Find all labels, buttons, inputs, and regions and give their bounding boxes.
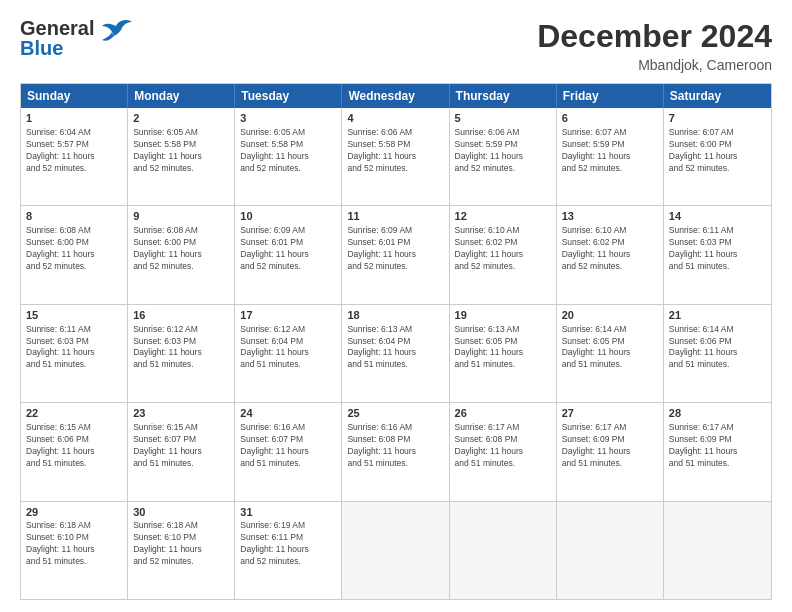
day-info: Sunrise: 6:08 AMSunset: 6:00 PMDaylight:… (133, 225, 229, 273)
day-number: 8 (26, 209, 122, 224)
logo: General Blue (20, 18, 134, 58)
cal-cell: 18Sunrise: 6:13 AMSunset: 6:04 PMDayligh… (342, 305, 449, 402)
day-number: 3 (240, 111, 336, 126)
logo-general: General (20, 18, 94, 38)
day-info: Sunrise: 6:12 AMSunset: 6:03 PMDaylight:… (133, 324, 229, 372)
cal-cell (557, 502, 664, 599)
cal-header-sunday: Sunday (21, 84, 128, 108)
cal-cell: 10Sunrise: 6:09 AMSunset: 6:01 PMDayligh… (235, 206, 342, 303)
cal-cell (664, 502, 771, 599)
cal-header-friday: Friday (557, 84, 664, 108)
day-info: Sunrise: 6:17 AMSunset: 6:09 PMDaylight:… (562, 422, 658, 470)
day-info: Sunrise: 6:15 AMSunset: 6:07 PMDaylight:… (133, 422, 229, 470)
cal-cell: 1Sunrise: 6:04 AMSunset: 5:57 PMDaylight… (21, 108, 128, 205)
cal-cell: 20Sunrise: 6:14 AMSunset: 6:05 PMDayligh… (557, 305, 664, 402)
day-number: 2 (133, 111, 229, 126)
cal-cell: 5Sunrise: 6:06 AMSunset: 5:59 PMDaylight… (450, 108, 557, 205)
day-number: 9 (133, 209, 229, 224)
calendar-header: SundayMondayTuesdayWednesdayThursdayFrid… (21, 84, 771, 108)
day-info: Sunrise: 6:10 AMSunset: 6:02 PMDaylight:… (562, 225, 658, 273)
subtitle: Mbandjok, Cameroon (537, 57, 772, 73)
cal-cell: 28Sunrise: 6:17 AMSunset: 6:09 PMDayligh… (664, 403, 771, 500)
cal-cell: 23Sunrise: 6:15 AMSunset: 6:07 PMDayligh… (128, 403, 235, 500)
cal-week-3: 15Sunrise: 6:11 AMSunset: 6:03 PMDayligh… (21, 304, 771, 402)
day-info: Sunrise: 6:13 AMSunset: 6:04 PMDaylight:… (347, 324, 443, 372)
day-info: Sunrise: 6:16 AMSunset: 6:07 PMDaylight:… (240, 422, 336, 470)
day-info: Sunrise: 6:08 AMSunset: 6:00 PMDaylight:… (26, 225, 122, 273)
cal-cell: 6Sunrise: 6:07 AMSunset: 5:59 PMDaylight… (557, 108, 664, 205)
cal-cell: 22Sunrise: 6:15 AMSunset: 6:06 PMDayligh… (21, 403, 128, 500)
cal-cell: 16Sunrise: 6:12 AMSunset: 6:03 PMDayligh… (128, 305, 235, 402)
cal-cell: 9Sunrise: 6:08 AMSunset: 6:00 PMDaylight… (128, 206, 235, 303)
day-number: 27 (562, 406, 658, 421)
header: General Blue December 2024 Mbandjok, Cam… (20, 18, 772, 73)
day-info: Sunrise: 6:07 AMSunset: 5:59 PMDaylight:… (562, 127, 658, 175)
day-number: 25 (347, 406, 443, 421)
day-info: Sunrise: 6:19 AMSunset: 6:11 PMDaylight:… (240, 520, 336, 568)
calendar: SundayMondayTuesdayWednesdayThursdayFrid… (20, 83, 772, 600)
cal-cell: 11Sunrise: 6:09 AMSunset: 6:01 PMDayligh… (342, 206, 449, 303)
day-number: 11 (347, 209, 443, 224)
day-number: 15 (26, 308, 122, 323)
day-number: 31 (240, 505, 336, 520)
day-number: 21 (669, 308, 766, 323)
day-number: 28 (669, 406, 766, 421)
cal-cell: 25Sunrise: 6:16 AMSunset: 6:08 PMDayligh… (342, 403, 449, 500)
day-info: Sunrise: 6:14 AMSunset: 6:05 PMDaylight:… (562, 324, 658, 372)
day-info: Sunrise: 6:06 AMSunset: 5:59 PMDaylight:… (455, 127, 551, 175)
day-info: Sunrise: 6:13 AMSunset: 6:05 PMDaylight:… (455, 324, 551, 372)
day-info: Sunrise: 6:18 AMSunset: 6:10 PMDaylight:… (26, 520, 122, 568)
cal-cell: 12Sunrise: 6:10 AMSunset: 6:02 PMDayligh… (450, 206, 557, 303)
day-number: 16 (133, 308, 229, 323)
cal-header-monday: Monday (128, 84, 235, 108)
day-info: Sunrise: 6:09 AMSunset: 6:01 PMDaylight:… (347, 225, 443, 273)
day-info: Sunrise: 6:10 AMSunset: 6:02 PMDaylight:… (455, 225, 551, 273)
cal-week-1: 1Sunrise: 6:04 AMSunset: 5:57 PMDaylight… (21, 108, 771, 205)
cal-cell (342, 502, 449, 599)
day-number: 12 (455, 209, 551, 224)
day-info: Sunrise: 6:14 AMSunset: 6:06 PMDaylight:… (669, 324, 766, 372)
day-number: 7 (669, 111, 766, 126)
day-info: Sunrise: 6:07 AMSunset: 6:00 PMDaylight:… (669, 127, 766, 175)
cal-cell: 8Sunrise: 6:08 AMSunset: 6:00 PMDaylight… (21, 206, 128, 303)
day-info: Sunrise: 6:09 AMSunset: 6:01 PMDaylight:… (240, 225, 336, 273)
main-title: December 2024 (537, 18, 772, 55)
cal-week-4: 22Sunrise: 6:15 AMSunset: 6:06 PMDayligh… (21, 402, 771, 500)
day-number: 23 (133, 406, 229, 421)
day-number: 26 (455, 406, 551, 421)
cal-cell: 31Sunrise: 6:19 AMSunset: 6:11 PMDayligh… (235, 502, 342, 599)
cal-cell: 2Sunrise: 6:05 AMSunset: 5:58 PMDaylight… (128, 108, 235, 205)
cal-cell (450, 502, 557, 599)
cal-cell: 27Sunrise: 6:17 AMSunset: 6:09 PMDayligh… (557, 403, 664, 500)
cal-header-wednesday: Wednesday (342, 84, 449, 108)
day-info: Sunrise: 6:04 AMSunset: 5:57 PMDaylight:… (26, 127, 122, 175)
cal-cell: 30Sunrise: 6:18 AMSunset: 6:10 PMDayligh… (128, 502, 235, 599)
day-number: 18 (347, 308, 443, 323)
cal-cell: 15Sunrise: 6:11 AMSunset: 6:03 PMDayligh… (21, 305, 128, 402)
day-info: Sunrise: 6:11 AMSunset: 6:03 PMDaylight:… (26, 324, 122, 372)
day-number: 13 (562, 209, 658, 224)
cal-cell: 14Sunrise: 6:11 AMSunset: 6:03 PMDayligh… (664, 206, 771, 303)
day-info: Sunrise: 6:11 AMSunset: 6:03 PMDaylight:… (669, 225, 766, 273)
cal-cell: 26Sunrise: 6:17 AMSunset: 6:08 PMDayligh… (450, 403, 557, 500)
cal-cell: 24Sunrise: 6:16 AMSunset: 6:07 PMDayligh… (235, 403, 342, 500)
day-info: Sunrise: 6:17 AMSunset: 6:08 PMDaylight:… (455, 422, 551, 470)
day-info: Sunrise: 6:15 AMSunset: 6:06 PMDaylight:… (26, 422, 122, 470)
cal-cell: 3Sunrise: 6:05 AMSunset: 5:58 PMDaylight… (235, 108, 342, 205)
cal-header-saturday: Saturday (664, 84, 771, 108)
cal-cell: 7Sunrise: 6:07 AMSunset: 6:00 PMDaylight… (664, 108, 771, 205)
calendar-body: 1Sunrise: 6:04 AMSunset: 5:57 PMDaylight… (21, 108, 771, 599)
cal-week-2: 8Sunrise: 6:08 AMSunset: 6:00 PMDaylight… (21, 205, 771, 303)
day-info: Sunrise: 6:05 AMSunset: 5:58 PMDaylight:… (240, 127, 336, 175)
day-info: Sunrise: 6:18 AMSunset: 6:10 PMDaylight:… (133, 520, 229, 568)
day-number: 29 (26, 505, 122, 520)
day-info: Sunrise: 6:16 AMSunset: 6:08 PMDaylight:… (347, 422, 443, 470)
day-info: Sunrise: 6:12 AMSunset: 6:04 PMDaylight:… (240, 324, 336, 372)
day-number: 5 (455, 111, 551, 126)
cal-cell: 19Sunrise: 6:13 AMSunset: 6:05 PMDayligh… (450, 305, 557, 402)
logo-blue: Blue (20, 38, 94, 58)
cal-header-tuesday: Tuesday (235, 84, 342, 108)
cal-cell: 21Sunrise: 6:14 AMSunset: 6:06 PMDayligh… (664, 305, 771, 402)
day-number: 14 (669, 209, 766, 224)
day-number: 4 (347, 111, 443, 126)
